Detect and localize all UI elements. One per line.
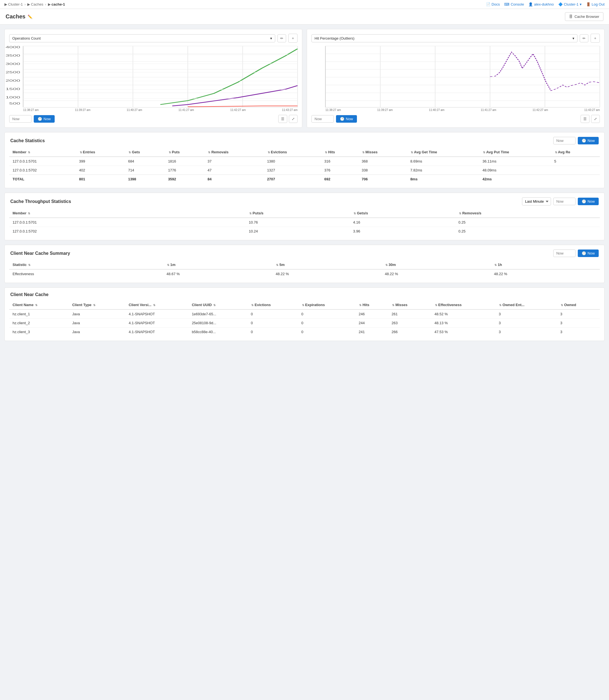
edit-chart-left[interactable]: ✏ <box>277 34 286 42</box>
col-5m: ⇅ 5m <box>272 260 381 269</box>
edit-chart-right[interactable]: ✏ <box>580 34 588 42</box>
nav-right: 📄 Docs ⌨ Console 👤 alex-dukhno 🔷 Cluster… <box>486 2 605 6</box>
chart-footer-right: 🕐 Now ☰ ⤢ <box>312 115 600 123</box>
chevron-icon-right: ▾ <box>573 36 574 40</box>
now-button-left[interactable]: 🕐 Now <box>34 115 55 123</box>
fullscreen-button-right[interactable]: ⤢ <box>591 115 600 123</box>
svg-text:500: 500 <box>9 102 20 105</box>
chart-select-left[interactable]: Operations Count ▾ <box>9 34 275 42</box>
add-chart-left[interactable]: ＋ <box>288 34 297 43</box>
svg-text:1500: 1500 <box>5 87 20 91</box>
caches-icon: ▶ <box>27 2 30 6</box>
chevron-down-icon: ▾ <box>580 2 582 6</box>
col-gets-s: ⇅ Gets/s <box>350 209 455 218</box>
cluster-icon: ▶ <box>4 2 7 6</box>
cache-icon: ▶ <box>48 2 51 6</box>
cache-stats-now-button[interactable]: 🕐 Now <box>578 137 599 144</box>
logout-icon: 🚪 <box>586 2 591 6</box>
col-statistic: Statistic ⇅ <box>9 260 163 269</box>
member-cell: 127.0.0.1:5701 <box>9 157 76 166</box>
list-view-button-right[interactable]: ☰ <box>580 115 590 123</box>
throughput-controls: Last Minute Last Hour 🕐 Now <box>522 197 599 206</box>
table-row: 127.0.0.1:5701 10.76 4.16 0.25 <box>9 218 600 227</box>
chart-xaxis-right: 11:38:27 am 11:39:27 am 11:40:27 am 11:4… <box>326 107 600 111</box>
col-t-member: Member ⇅ <box>9 209 245 218</box>
col-30m: ⇅ 30m <box>381 260 491 269</box>
near-cache-now-button[interactable]: 🕐 Now <box>578 249 599 257</box>
cache-browser-button[interactable]: 🗄 Cache Browser <box>565 12 604 21</box>
table-row: hz.client_2 Java 4.1-SNAPSHOT 25e08108-9… <box>9 319 600 328</box>
user-link[interactable]: 👤 alex-dukhno <box>528 2 554 6</box>
col-nc-owned: ⇅ Owned <box>557 300 600 310</box>
throughput-now-input[interactable] <box>553 198 576 205</box>
col-client-version: Client Versi... ⇅ <box>125 300 189 310</box>
chart-now-controls-right: 🕐 Now <box>312 115 357 123</box>
chart-footer-left: 🕐 Now ☰ ⤢ <box>9 115 297 123</box>
col-misses: ⇅ Misses <box>358 148 407 157</box>
svg-text:2000: 2000 <box>5 79 20 83</box>
console-icon: ⌨ <box>504 2 509 6</box>
fullscreen-button[interactable]: ⤢ <box>289 115 297 123</box>
member-cell: 127.0.0.1:5702 <box>9 166 76 175</box>
col-nc-evictions: ⇅ Evictions <box>247 300 298 310</box>
cache-stats-table-wrapper: Member ⇅ ⇅ Entries ⇅ Gets ⇅ Puts ⇅ Remov… <box>5 148 604 188</box>
near-cache-summary-table: Statistic ⇅ ⇅ 1m ⇅ 5m ⇅ 30m ⇅ 1h Effecti… <box>9 260 600 278</box>
edit-icon: ✏️ <box>28 15 32 19</box>
hit-percentage-svg <box>326 46 600 107</box>
near-cache-summary-table-wrapper: Statistic ⇅ ⇅ 1m ⇅ 5m ⇅ 30m ⇅ 1h Effecti… <box>5 260 604 283</box>
col-1h: ⇅ 1h <box>490 260 600 269</box>
docs-icon: 📄 <box>486 2 490 6</box>
chart-controls-left: Operations Count ▾ ✏ ＋ <box>9 34 297 43</box>
breadcrumb-cluster[interactable]: ▶ Cluster-1 <box>4 2 23 6</box>
cache-stats-controls: 🕐 Now <box>553 137 599 144</box>
console-link[interactable]: ⌨ Console <box>504 2 524 6</box>
throughput-title: Cache Throughput Statistics <box>10 199 71 204</box>
cache-stats-table: Member ⇅ ⇅ Entries ⇅ Gets ⇅ Puts ⇅ Remov… <box>9 148 600 183</box>
throughput-table-wrapper: Member ⇅ ⇅ Puts/s ⇅ Gets/s ⇅ Removes/s 1… <box>5 209 604 240</box>
now-input-left[interactable] <box>9 115 32 123</box>
col-1m: ⇅ 1m <box>163 260 273 269</box>
near-cache-summary-section: Client Near Cache Summary 🕐 Now Statisti… <box>4 245 605 283</box>
breadcrumb: ▶ Cluster-1 › ▶ Caches › ▶ cache-1 <box>4 2 65 6</box>
charts-row: Operations Count ▾ ✏ ＋ <box>4 29 605 128</box>
top-nav: ▶ Cluster-1 › ▶ Caches › ▶ cache-1 📄 Doc… <box>0 0 609 9</box>
add-chart-right[interactable]: ＋ <box>591 34 600 43</box>
now-input-right[interactable] <box>312 115 334 123</box>
chart-wrapper-right: 11:38:27 am 11:39:27 am 11:40:27 am 11:4… <box>326 46 600 111</box>
chart-wrapper-left: 4000 3500 3000 2500 2000 1500 1000 500 <box>23 46 297 111</box>
col-puts-s: ⇅ Puts/s <box>245 209 350 218</box>
cluster-link[interactable]: 🔷 Cluster-1 ▾ <box>558 2 582 6</box>
cache-statistics-section: Cache Statistics 🕐 Now Member ⇅ ⇅ Entrie… <box>4 132 605 188</box>
now-button-right[interactable]: 🕐 Now <box>336 115 357 123</box>
breadcrumb-caches[interactable]: ▶ Caches <box>27 2 43 6</box>
cache-throughput-section: Cache Throughput Statistics Last Minute … <box>4 193 605 240</box>
cache-stats-header: Cache Statistics 🕐 Now <box>5 133 604 148</box>
chart-select-right[interactable]: Hit Percentage (Outliers) ▾ <box>312 34 577 42</box>
client-near-cache-header: Client Near Cache <box>5 288 604 300</box>
browser-icon: 🗄 <box>569 15 573 19</box>
client-near-cache-table-wrapper: Client Name ⇅ Client Type ⇅ Client Versi… <box>5 300 604 341</box>
col-client-uuid: Client UUID ⇅ <box>189 300 248 310</box>
col-evictions: ⇅ Evictions <box>264 148 321 157</box>
throughput-now-button[interactable]: 🕐 Now <box>578 198 599 205</box>
near-cache-now-input[interactable] <box>553 249 576 257</box>
col-nc-expirations: ⇅ Expirations <box>298 300 355 310</box>
logout-link[interactable]: 🚪 Log Out <box>586 2 605 6</box>
breadcrumb-current: ▶ cache-1 <box>48 2 65 6</box>
col-nc-owned-ent: ⇅ Owned Ent... <box>495 300 557 310</box>
chart-actions-left: ☰ ⤢ <box>278 115 297 123</box>
col-puts: ⇅ Puts <box>165 148 204 157</box>
svg-text:1000: 1000 <box>5 95 20 99</box>
docs-link[interactable]: 📄 Docs <box>486 2 500 6</box>
svg-text:2500: 2500 <box>5 71 20 74</box>
throughput-header: Cache Throughput Statistics Last Minute … <box>5 193 604 209</box>
col-removes-s: ⇅ Removes/s <box>455 209 600 218</box>
cache-stats-title: Cache Statistics <box>10 138 45 143</box>
chart-actions-right: ☰ ⤢ <box>580 115 600 123</box>
list-view-button[interactable]: ☰ <box>278 115 287 123</box>
cache-stats-now-input[interactable] <box>553 137 576 144</box>
col-nc-effectiveness: ⇅ Effectiveness <box>431 300 495 310</box>
throughput-filter[interactable]: Last Minute Last Hour <box>522 197 551 206</box>
col-hits: ⇅ Hits <box>321 148 358 157</box>
col-avg-get: ⇅ Avg Get Time <box>407 148 479 157</box>
